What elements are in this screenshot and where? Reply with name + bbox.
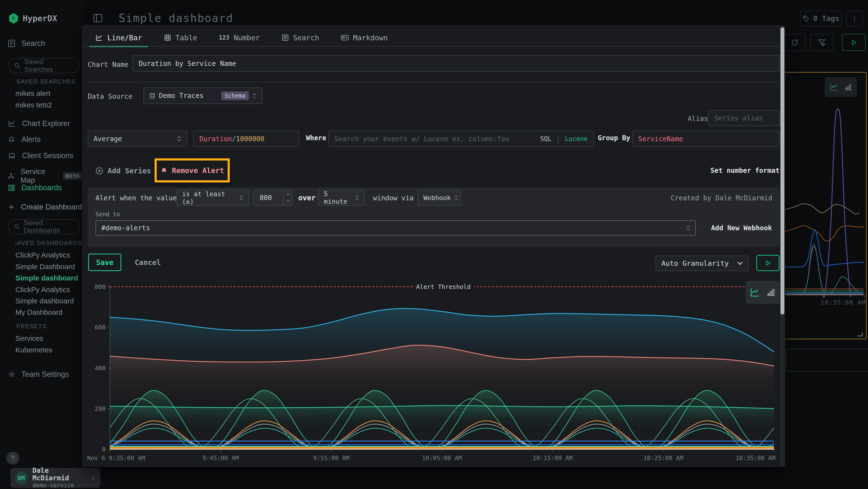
where-field[interactable]: SQL | Lucene	[328, 131, 594, 147]
refresh-icon	[791, 39, 799, 46]
saved-search-item[interactable]: mikes alert	[16, 89, 51, 97]
bar-chart-icon[interactable]	[844, 83, 852, 91]
saved-dashboards-input[interactable]: Saved Dashboards	[8, 219, 80, 234]
chart-name-input[interactable]	[138, 60, 773, 67]
presets-header[interactable]: PRESETS	[16, 323, 82, 330]
tab-search[interactable]: Search	[279, 29, 322, 46]
tab-markdown[interactable]: Markdown	[338, 29, 391, 46]
play-icon	[850, 39, 857, 46]
svg-text:10:35:00 AM: 10:35:00 AM	[735, 455, 775, 461]
group-by-value: ServiceName	[638, 135, 683, 143]
help-button[interactable]: ?	[6, 452, 19, 465]
saved-searches-input[interactable]: Saved Searches	[8, 58, 80, 73]
svg-text:200: 200	[95, 405, 105, 412]
duration-chart[interactable]: 0200400600800Nov 6 9:35:00 AM9:45:00 AM9…	[87, 276, 779, 466]
chart-name-label: Chart Name	[88, 61, 128, 68]
sidebar-item-dashboards[interactable]: Dashboards	[8, 183, 62, 192]
edit-chart-modal: Line/Bar Table 123 Number Search Markdow…	[83, 25, 785, 467]
bg-chart-type-toggle[interactable]	[825, 77, 857, 97]
group-by-label: Group By	[598, 134, 630, 142]
modal-scrollbar[interactable]	[780, 27, 784, 315]
dashboard-item[interactable]: ClickPy Analytics	[16, 251, 70, 259]
svg-text:Alert Threshold: Alert Threshold	[416, 283, 471, 290]
stepper-down-icon[interactable]	[286, 200, 290, 202]
expression-field[interactable]: Duration/1000000	[193, 131, 299, 147]
sidebar-item-client-sessions[interactable]: Client Sessions	[8, 151, 73, 160]
user-card[interactable]: DM Dale McDiarmid demo-service - ›	[10, 468, 100, 488]
group-by-field[interactable]: ServiceName	[632, 131, 779, 147]
dashboard-item[interactable]: Simple Dashboard	[16, 263, 75, 271]
alert-channel-select[interactable]: Webhook	[417, 190, 461, 206]
bar-chart-icon[interactable]	[766, 287, 776, 297]
tags-button[interactable]: 0 Tags	[800, 11, 842, 26]
preset-item[interactable]: Services	[16, 334, 43, 343]
language-sql[interactable]: SQL	[540, 135, 551, 142]
service-map-icon	[8, 172, 14, 179]
svg-text:Nov 6 9:35:00 AM: Nov 6 9:35:00 AM	[87, 455, 145, 461]
tab-table[interactable]: Table	[161, 29, 200, 46]
alias-field[interactable]	[708, 110, 780, 126]
preset-item[interactable]: Kubernetes	[16, 346, 52, 354]
add-series-button[interactable]: Add Series	[95, 167, 151, 175]
sidebar-item-alerts[interactable]: Alerts	[8, 135, 40, 144]
sidebar-collapse-button[interactable]	[94, 14, 102, 22]
kebab-icon: ⋮	[851, 14, 858, 23]
chart-type-toggle[interactable]	[746, 281, 779, 304]
language-lucene[interactable]: Lucene	[565, 135, 588, 142]
expression-denominator-token: 1000000	[236, 135, 265, 143]
send-to-select[interactable]: #demo-alerts	[95, 220, 696, 236]
kebab-menu-button[interactable]: ⋮	[846, 11, 863, 26]
set-number-format-button[interactable]: Set number format	[709, 167, 779, 174]
svg-text:10:25:00 AM: 10:25:00 AM	[643, 455, 683, 461]
svg-text:600: 600	[95, 324, 105, 331]
add-new-webhook-button[interactable]: Add New Webhook	[711, 224, 772, 232]
where-label: Where	[306, 134, 326, 142]
panel-resize-handle[interactable]	[858, 333, 863, 337]
alert-threshold-stepper[interactable]	[253, 190, 292, 206]
saved-searches-header[interactable]: SAVED SEARCHES	[16, 78, 82, 85]
beta-badge: BETA	[63, 172, 82, 180]
select-chevrons-icon	[355, 195, 359, 200]
tab-line-bar[interactable]: Line/Bar	[92, 29, 145, 46]
line-chart-icon[interactable]	[749, 287, 761, 297]
alias-input[interactable]	[714, 114, 774, 122]
dashboard-item-active[interactable]: Simple dashboard	[16, 274, 78, 282]
dashboard-panel-partial[interactable]	[786, 348, 868, 372]
saved-dashboards-header[interactable]: SAVED DASHBOARDS	[16, 240, 82, 247]
section-divider	[88, 82, 780, 82]
tab-number[interactable]: 123 Number	[216, 29, 263, 46]
run-chart-button[interactable]	[756, 255, 779, 271]
sidebar-item-search[interactable]: Search	[8, 39, 45, 48]
run-query-button[interactable]	[842, 34, 866, 51]
chart-name-field[interactable]	[132, 55, 779, 72]
alert-window-select[interactable]: 5 minute	[318, 190, 365, 206]
refresh-button[interactable]	[784, 34, 806, 51]
dashboard-item[interactable]: Simple dashboard	[16, 297, 74, 305]
svg-text:400: 400	[95, 365, 105, 372]
save-button[interactable]: Save	[88, 254, 121, 271]
dashboard-item[interactable]: ClickPy Analytics	[16, 286, 70, 294]
dashboard-item[interactable]: My Dashboard	[16, 308, 62, 316]
hyperdx-logo-icon: ⚡	[9, 13, 18, 24]
aggregation-select[interactable]: Average	[88, 131, 187, 147]
cancel-button[interactable]: Cancel	[131, 254, 165, 271]
sidebar-item-chart-explorer[interactable]: Chart Explorer	[8, 119, 70, 128]
where-input[interactable]	[334, 135, 535, 143]
stepper-up-icon[interactable]	[286, 193, 290, 196]
saved-search-item[interactable]: mikes tets2	[16, 101, 52, 109]
alert-threshold-input[interactable]	[260, 194, 279, 202]
granularity-select[interactable]: Auto Granularity	[656, 256, 749, 271]
data-source-select[interactable]: Demo Traces Schema	[144, 87, 262, 104]
brand[interactable]: ⚡ HyperDX	[9, 13, 57, 24]
sidebar-item-team-settings[interactable]: Team Settings	[8, 370, 69, 379]
magnifier-icon	[14, 224, 20, 230]
sidebar: ⚡ HyperDX Search Saved Searches SAVED SE…	[0, 0, 83, 489]
remove-alert-button[interactable]: Remove Alert	[159, 163, 225, 178]
stepper-arrows[interactable]	[283, 190, 290, 205]
dashboards-grid-icon	[8, 184, 15, 192]
filter-button[interactable]	[810, 34, 833, 51]
sidebar-item-service-map[interactable]: Service Map BETA	[8, 167, 82, 185]
line-chart-icon[interactable]	[829, 83, 839, 91]
alert-condition-select[interactable]: is at least (≥)	[176, 190, 249, 206]
create-dashboard-button[interactable]: Create Dashboard	[8, 203, 82, 211]
